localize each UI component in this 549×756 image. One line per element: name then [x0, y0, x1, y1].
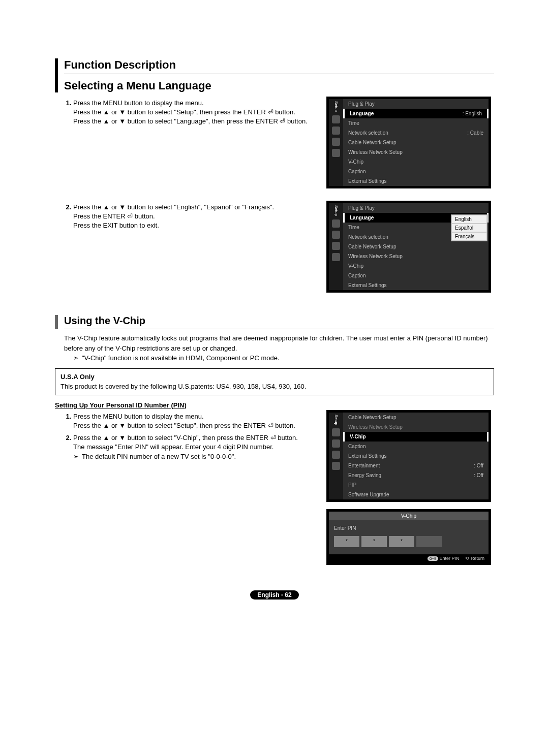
step2-line-a: Press the ▲ or ▼ button to select "Engli…	[73, 203, 274, 211]
tv-menu-item: Wireless Network Setup	[343, 251, 489, 261]
section1-step1-text: Press the MENU button to display the men…	[55, 97, 326, 130]
sidebar-icon	[332, 451, 340, 459]
tv-menu-item: PIP	[343, 480, 489, 490]
footer-enterpin: 0~9Enter PIN	[428, 556, 460, 561]
tv-menu-item: Caption	[343, 167, 489, 176]
sidebar-icon	[332, 149, 340, 157]
pin-boxes: ***	[334, 536, 483, 547]
tv1-side-label: Setup	[334, 101, 339, 112]
sidebar-icon	[332, 231, 340, 239]
tv-menu-item: Cable Network Setup	[343, 242, 489, 251]
tv-menu-item: V-Chip	[343, 432, 489, 442]
section2-note: "V-Chip" function is not available in HD…	[73, 353, 494, 363]
section2-bar: Using the V-Chip	[55, 315, 494, 329]
tv-menu-item: Energy Saving: Off	[343, 470, 489, 480]
pin-step-2: Press the ▲ or ▼ button to select "V-Chi…	[73, 433, 320, 462]
tv-menu-item: Cable Network Setup	[343, 138, 489, 147]
sidebar-icon	[332, 462, 340, 470]
step-1: Press the MENU button to display the men…	[73, 99, 320, 127]
sidebar-icon	[332, 439, 340, 448]
tv-screenshot-1: Setup Plug & PlayLanguage: EnglishTimeNe…	[326, 97, 491, 188]
tv-menu-item: V-Chip	[343, 261, 489, 271]
sidebar-icon	[332, 242, 340, 250]
sidebar-icon	[332, 219, 340, 228]
tv-menu-item: Plug & Play	[343, 99, 489, 109]
tv-menu-item: Language: English	[343, 109, 489, 118]
footer-return: ⟲ Return	[465, 556, 484, 561]
sidebar-icon	[332, 253, 340, 261]
tv-menu-item: Wireless Network Setup	[343, 147, 489, 157]
tv-menu-item: Network selection: Cable	[343, 128, 489, 138]
step2-line-b: Press the ENTER ⏎ button.	[73, 212, 155, 220]
section2-intro: The V-Chip feature automatically locks o…	[64, 333, 494, 353]
tv-menu-item: Caption	[343, 271, 489, 280]
tv-menu-item: External Settings	[343, 176, 489, 186]
pin-step2-a: Press the ▲ or ▼ button to select "V-Chi…	[73, 434, 298, 442]
tv-menu-item: Time	[343, 118, 489, 128]
pin-subhead: Setting Up Your Personal ID Number (PIN)	[55, 401, 494, 409]
tv-pin-screenshot: V-Chip Enter PIN *** 0~9Enter PIN ⟲ Retu…	[326, 509, 491, 565]
dropdown-option: Español	[451, 224, 487, 232]
pin-digit: *	[334, 536, 359, 547]
sidebar-icon	[332, 428, 340, 436]
tv-menu-item: Cable Network Setup	[343, 413, 489, 422]
tv-menu-item: V-Chip	[343, 157, 489, 167]
usa-title: U.S.A Only	[60, 372, 489, 382]
usa-box: U.S.A Only This product is covered by th…	[55, 368, 494, 395]
enter-pin-label: Enter PIN	[334, 525, 483, 531]
pin-digit: *	[389, 536, 414, 547]
page-number: English - 62	[55, 590, 494, 600]
sidebar-icon	[332, 127, 340, 135]
language-dropdown: EnglishEspañolFrançais	[451, 214, 487, 241]
tv-menu-item: Wireless Network Setup	[343, 422, 489, 432]
pin-digit	[416, 536, 442, 547]
tv3-side-label: Setup	[334, 415, 339, 425]
pin-step-1: Press the MENU button to display the men…	[73, 412, 320, 430]
sidebar-icon	[332, 138, 340, 146]
tv-menu-item: External Settings	[343, 280, 489, 290]
pin-digit: *	[361, 536, 387, 547]
step2-line-c: Press the EXIT button to exit.	[73, 222, 159, 229]
tv-screenshot-2: Setup Plug & PlayLanguageTimeNetwork sel…	[326, 201, 491, 293]
tv-menu-item: Plug & Play	[343, 203, 489, 213]
sidebar-icon	[332, 115, 340, 123]
heading-block: Function Description Selecting a Menu La…	[55, 58, 494, 92]
section2-title: Using the V-Chip	[64, 315, 494, 329]
page-title: Function Description	[64, 58, 494, 74]
dropdown-option: Français	[451, 232, 487, 241]
pin-step2-b: The message "Enter PIN" will appear. Ent…	[73, 443, 273, 451]
pin-panel-title: V-Chip	[329, 512, 489, 520]
pin-step2-note: The default PIN number of a new TV set i…	[73, 452, 320, 462]
tv-menu-item: Software Upgrade	[343, 490, 489, 499]
dropdown-option: English	[451, 215, 487, 224]
tv2-side-label: Setup	[334, 205, 339, 216]
usa-body: This product is covered by the following…	[60, 382, 489, 392]
tv-menu-item: External Settings	[343, 451, 489, 461]
tv-menu-item: Entertainment: Off	[343, 461, 489, 470]
tv-menu-item: Caption	[343, 442, 489, 451]
tv-screenshot-3: Setup Cable Network SetupWireless Networ…	[326, 410, 491, 502]
page: Function Description Selecting a Menu La…	[0, 0, 549, 620]
section1-title: Selecting a Menu Language	[64, 74, 494, 92]
step-2: Press the ▲ or ▼ button to select "Engli…	[73, 203, 320, 231]
